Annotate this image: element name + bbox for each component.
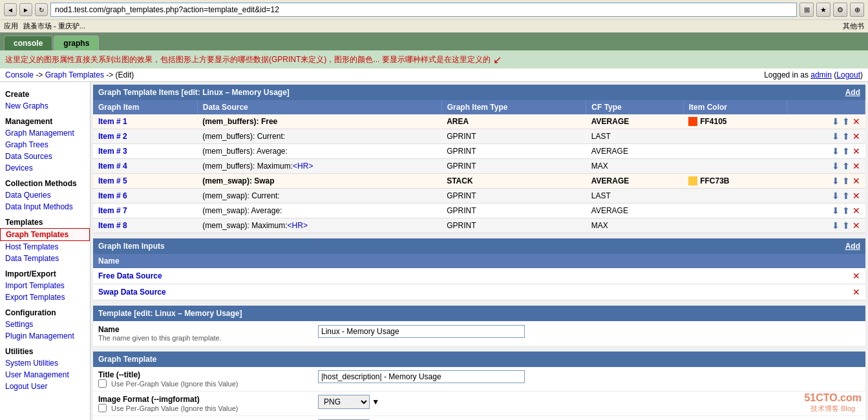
sidebar-item-settings[interactable]: Settings xyxy=(0,319,90,330)
back-button[interactable]: ◄ xyxy=(4,3,17,16)
move-down-icon-6[interactable]: ⬇ xyxy=(832,191,840,201)
sidebar-item-export-templates[interactable]: Export Templates xyxy=(0,291,90,303)
delete-icon-2[interactable]: ✕ xyxy=(852,131,860,142)
delete-icon-5[interactable]: ✕ xyxy=(852,176,860,186)
move-up-icon-1[interactable]: ⬆ xyxy=(842,116,850,127)
sidebar-item-user-management[interactable]: User Management xyxy=(0,369,90,381)
bookmark-market[interactable]: 跳蚤市场 - 重庆驴... xyxy=(23,21,85,31)
imgformat-select[interactable]: PNG GIF SVG xyxy=(318,395,370,409)
move-down-icon-7[interactable]: ⬇ xyxy=(832,205,840,216)
input-delete-icon-1[interactable]: ✕ xyxy=(852,271,860,281)
sidebar-item-logout-user[interactable]: Logout User xyxy=(0,381,90,392)
move-down-icon-8[interactable]: ⬇ xyxy=(832,220,840,231)
item-link-5[interactable]: Item # 5 xyxy=(98,176,127,185)
graph-item-inputs-add[interactable]: Add xyxy=(845,242,860,251)
action-icons-5: ⬇⬆✕ xyxy=(792,176,860,186)
graph-item-inputs-title: Graph Item Inputs xyxy=(98,242,165,251)
settings-icon[interactable]: ⊕ xyxy=(850,3,864,17)
sidebar-item-system-utilities[interactable]: System Utilities xyxy=(0,357,90,369)
move-up-icon-3[interactable]: ⬆ xyxy=(842,146,850,156)
color-swatch-1 xyxy=(688,117,697,126)
address-bar[interactable] xyxy=(50,3,797,17)
sidebar-item-devices[interactable]: Devices xyxy=(0,162,90,174)
move-down-icon-5[interactable]: ⬇ xyxy=(832,176,840,186)
tab-graphs[interactable]: graphs xyxy=(54,36,99,50)
imgformat-checkbox[interactable] xyxy=(98,404,107,412)
col-item-color: Item Color xyxy=(683,100,787,114)
annotation-text: 这里定义的图形属性直接关系到出图的效果，包括图形上方要显示的哪些数据(GPRIN… xyxy=(5,54,491,65)
item-link-1[interactable]: Item # 1 xyxy=(98,117,127,126)
refresh-button[interactable]: ↻ xyxy=(35,3,48,16)
tools-icon[interactable]: ⚙ xyxy=(833,3,847,17)
color-text-5: FFC73B xyxy=(700,176,729,185)
logout-link[interactable]: Logout xyxy=(836,70,860,79)
item-type-2: GPRINT xyxy=(441,129,586,144)
move-up-icon-8[interactable]: ⬆ xyxy=(842,220,850,231)
template-name-input[interactable] xyxy=(318,325,525,338)
move-down-icon-3[interactable]: ⬇ xyxy=(832,146,840,156)
item-link-8[interactable]: Item # 8 xyxy=(98,221,127,230)
template-section-header: Template [edit: Linux – Memory Usage] xyxy=(93,306,865,321)
input-link-1[interactable]: Free Data Source xyxy=(98,271,162,280)
input-link-2[interactable]: Swap Data Source xyxy=(98,288,166,297)
move-up-icon-5[interactable]: ⬆ xyxy=(842,176,850,186)
sidebar-item-host-templates[interactable]: Host Templates xyxy=(0,241,90,253)
action-icons-8: ⬇⬆✕ xyxy=(792,220,860,231)
sidebar-item-new-graphs[interactable]: New Graphs xyxy=(0,100,90,112)
template-section-title: Template [edit: Linux – Memory Usage] xyxy=(98,309,242,318)
move-down-icon-2[interactable]: ⬇ xyxy=(832,131,840,142)
move-up-icon-4[interactable]: ⬆ xyxy=(842,161,850,171)
breadcrumb-console[interactable]: Console xyxy=(5,70,34,79)
browser-chrome: ◄ ► ↻ ⊞ ★ ⚙ ⊕ 应用 跳蚤市场 - 重庆驴... 其他书 xyxy=(0,0,868,33)
forward-button[interactable]: ► xyxy=(19,3,32,16)
item-link-4[interactable]: Item # 4 xyxy=(98,162,127,171)
sidebar-item-import-templates[interactable]: Import Templates xyxy=(0,280,90,291)
title-checkbox[interactable] xyxy=(98,379,107,388)
delete-icon-8[interactable]: ✕ xyxy=(852,220,860,231)
title-input[interactable] xyxy=(318,370,525,383)
template-name-title: Name xyxy=(98,325,318,334)
item-actions-8: ⬇⬆✕ xyxy=(787,218,865,233)
move-down-icon-4[interactable]: ⬇ xyxy=(832,161,840,171)
item-ds-7: (mem_swap): Average: xyxy=(197,204,441,218)
imgformat-main-label: Image Format (--imgformat) xyxy=(98,395,318,404)
breadcrumb-graph-templates[interactable]: Graph Templates xyxy=(45,70,104,79)
sidebar-item-data-templates[interactable]: Data Templates xyxy=(0,253,90,264)
sidebar-item-graph-trees[interactable]: Graph Trees xyxy=(0,139,90,151)
sidebar-item-data-sources[interactable]: Data Sources xyxy=(0,151,90,162)
delete-icon-4[interactable]: ✕ xyxy=(852,161,860,171)
move-up-icon-6[interactable]: ⬆ xyxy=(842,191,850,201)
rss-icon[interactable]: ⊞ xyxy=(799,3,814,17)
tab-console[interactable]: console xyxy=(4,36,52,50)
imgformat-checkbox-label: Use Per-Graph Value (Ignore this Value) xyxy=(111,404,238,412)
item-ds-4: (mem_buffers): Maximum: xyxy=(202,162,293,171)
delete-icon-3[interactable]: ✕ xyxy=(852,146,860,156)
move-up-icon-7[interactable]: ⬆ xyxy=(842,205,850,216)
input-delete-icon-2[interactable]: ✕ xyxy=(852,287,860,297)
item-link-2[interactable]: Item # 2 xyxy=(98,132,127,141)
sidebar-item-graph-management[interactable]: Graph Management xyxy=(0,127,90,139)
delete-icon-6[interactable]: ✕ xyxy=(852,191,860,201)
item-link-3[interactable]: Item # 3 xyxy=(98,147,127,156)
item-link-6[interactable]: Item # 6 xyxy=(98,191,127,200)
sidebar-item-data-input-methods[interactable]: Data Input Methods xyxy=(0,201,90,213)
star-icon[interactable]: ★ xyxy=(816,3,831,17)
item-link-7[interactable]: Item # 7 xyxy=(98,206,127,215)
imgformat-label: Image Format (--imgformat) Use Per-Graph… xyxy=(98,395,318,412)
delete-icon-7[interactable]: ✕ xyxy=(852,205,860,216)
item-type-5: STACK xyxy=(441,174,586,189)
bookmark-other[interactable]: 其他书 xyxy=(843,21,864,31)
bookmark-apps[interactable]: 应用 xyxy=(4,21,18,31)
sidebar-item-data-queries[interactable]: Data Queries xyxy=(0,189,90,201)
col-data-source: Data Source xyxy=(197,100,441,114)
imgformat-row: Image Format (--imgformat) Use Per-Graph… xyxy=(93,392,865,416)
move-down-icon-1[interactable]: ⬇ xyxy=(832,116,840,127)
sidebar-item-graph-templates[interactable]: Graph Templates xyxy=(0,228,90,241)
move-up-icon-2[interactable]: ⬆ xyxy=(842,131,850,142)
sidebar-item-plugin-management[interactable]: Plugin Management xyxy=(0,330,90,342)
graph-template-items-add[interactable]: Add xyxy=(845,88,860,97)
login-user[interactable]: admin xyxy=(810,70,832,79)
sidebar-section-utilities: Utilities xyxy=(0,344,90,357)
sidebar: Create New Graphs Management Graph Manag… xyxy=(0,82,90,420)
delete-icon-1[interactable]: ✕ xyxy=(852,116,860,127)
